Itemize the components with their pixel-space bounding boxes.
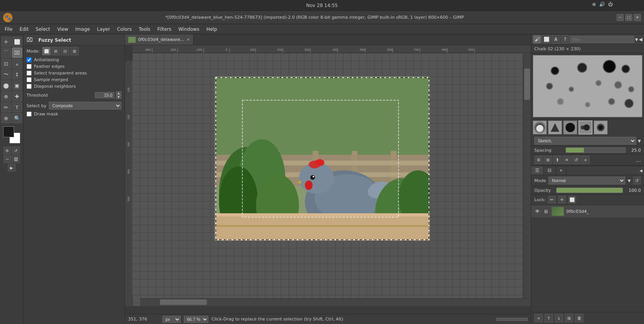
select-by-dropdown[interactable]: Composite Red Green Blue Alpha [49,102,121,110]
select-transparent-checkbox[interactable] [27,71,32,76]
brush-duplicate-btn[interactable]: ⊞ [544,156,552,164]
layers-mode-select[interactable]: Normal Multiply Screen Overlay [548,177,625,184]
layer-delete-btn[interactable]: 🗑 [575,314,584,322]
diagonal-neighbors-checkbox[interactable] [27,84,32,89]
mode-subtract[interactable]: ⊟ [61,47,69,55]
sample-merged-checkbox[interactable] [27,77,32,82]
lock-pixels-btn[interactable]: ✏ [548,196,556,204]
menu-layer[interactable]: Layer [94,26,113,33]
minimize-button[interactable]: ─ [617,14,624,21]
opacity-slider[interactable] [556,188,623,193]
lock-position-btn[interactable]: ✛ [558,196,566,204]
brush-thumb-1[interactable]: ⬤ [533,120,547,135]
brush-type-select[interactable]: Sketch, Basic Realistic [534,137,636,145]
panel-tab-fonts[interactable]: A [551,35,560,44]
panel-filter-input[interactable] [570,36,634,43]
feather-edges-checkbox[interactable] [27,64,32,69]
brush-thumb-4[interactable] [578,120,592,135]
panel-tab-patterns[interactable]: ⬜ [542,35,551,44]
horizontal-scrollbar[interactable] [141,298,531,306]
antialiasing-checkbox[interactable] [27,57,32,62]
mode-add[interactable]: ⊞ [52,47,60,55]
zoom-tool[interactable]: 🔍 [12,113,22,123]
move-tool[interactable]: ✛ [1,37,11,47]
lasso-tool[interactable]: ⌒ [1,48,11,58]
clone-tool[interactable]: ⊕ [1,91,11,101]
menu-help[interactable]: Help [203,26,220,33]
brush-thumb-3[interactable] [563,120,577,135]
menu-tools[interactable]: Tools [136,26,154,33]
brush-type-arrow[interactable]: ▼ [638,139,641,143]
menu-file[interactable]: File [2,26,16,33]
menu-filters[interactable]: Filters [154,26,174,33]
image-tab[interactable]: 0f0c03d4_delaware... ✕ [125,34,194,45]
menu-windows[interactable]: Windows [175,26,203,33]
tool-collapse-btn[interactable]: ▶ [8,164,16,172]
blend-tool[interactable]: ▣ [12,80,22,90]
menu-image[interactable]: Image [72,26,93,33]
panel-filter-arrow[interactable]: ▼ [635,37,638,42]
canvas-scroll[interactable] [133,53,531,306]
layers-tab[interactable]: ☰ [531,166,544,175]
brush-refresh-btn[interactable]: ↺ [572,156,580,164]
brush-settings-btn[interactable]: ⚙ [534,156,543,164]
pencil-tool[interactable]: ✏ [1,102,11,112]
bucket-fill-tool[interactable]: ⬤ [1,80,11,90]
tool-restore-btn[interactable]: ⤺ [4,155,11,163]
threshold-down[interactable]: ▼ [116,95,121,99]
h-scrollbar-thumb[interactable] [160,299,207,305]
mode-replace[interactable]: ⬜ [42,47,51,55]
flip-tool[interactable]: ↕ [12,69,22,80]
layers-undo-btn[interactable]: ↺ [633,177,641,184]
brush-action-dots[interactable]: ... [636,156,641,164]
spacing-slider[interactable] [566,147,626,153]
menu-colors[interactable]: Colors [114,26,135,33]
tool-config-btn[interactable]: ⚙ [4,147,11,154]
maximize-button[interactable]: □ [625,14,632,21]
layer-duplicate-btn[interactable]: ⊞ [565,314,573,322]
paths-tab[interactable]: ⌖ [556,166,567,175]
unit-dropdown[interactable]: px mm in [162,316,181,323]
layer-raise-btn[interactable]: ↑ [544,314,553,322]
layer-lower-btn[interactable]: ↓ [555,314,563,322]
menu-select[interactable]: Select [32,26,53,33]
brush-delete-btn[interactable]: ✕ [562,156,571,164]
brush-thumb-2[interactable] [548,120,562,135]
threshold-input[interactable] [95,92,114,98]
threshold-up[interactable]: ▲ [116,91,121,95]
panel-tab-brushes[interactable]: 🖌 [533,35,541,44]
canvas-image-container[interactable] [215,76,429,240]
layer-visibility-toggle[interactable]: 👁 [534,208,541,214]
lock-alpha-btn[interactable]: ⬜ [568,196,576,204]
mode-intersect[interactable]: ⊠ [70,47,79,55]
brush-thumb-5[interactable] [594,120,608,135]
transform-tool[interactable]: ⟁ [12,58,22,69]
panel-collapse[interactable]: ◀ [639,37,642,42]
brush-export-btn[interactable]: ⬆ [553,156,562,164]
foreground-color[interactable] [3,126,14,137]
menu-edit[interactable]: Edit [16,26,32,33]
menu-view[interactable]: View [54,26,71,33]
text-tool[interactable]: T [12,102,22,112]
zoom-dropdown[interactable]: 66.7 % 100 % 50 % 25 % [184,316,208,323]
layer-new-btn[interactable]: + [534,314,543,322]
vertical-scrollbar[interactable] [523,53,531,298]
color-picker-tool[interactable]: ⊕ [1,113,11,123]
tool-image-btn[interactable]: 🖼 [12,155,20,163]
canvas-viewport[interactable]: 100 200 300 400 500 [125,53,531,314]
heal-tool[interactable]: ✚ [12,91,22,101]
image-tab-close[interactable]: ✕ [187,37,190,42]
draw-mask-checkbox[interactable] [27,112,32,117]
tool-reset-btn[interactable]: ↺ [12,147,20,154]
crop-tool[interactable]: ⊡ [1,58,11,69]
warp-tool[interactable]: 〜 [1,69,11,80]
panel-tab-docs[interactable]: ? [561,35,569,44]
brush-new-btn[interactable]: + [581,156,590,164]
close-button[interactable]: ✕ [634,14,641,21]
fuzzy-select-tool[interactable]: ⌧ [12,48,22,58]
layers-panel-collapse[interactable]: ◀ [638,167,644,174]
layer-item-active[interactable]: 👁 ⛓ 0f0c03d4_ [531,205,644,218]
v-scrollbar-thumb[interactable] [524,69,530,100]
rect-select-tool[interactable]: ⬜ [12,37,22,47]
channels-tab[interactable]: ⊟ [544,166,556,175]
